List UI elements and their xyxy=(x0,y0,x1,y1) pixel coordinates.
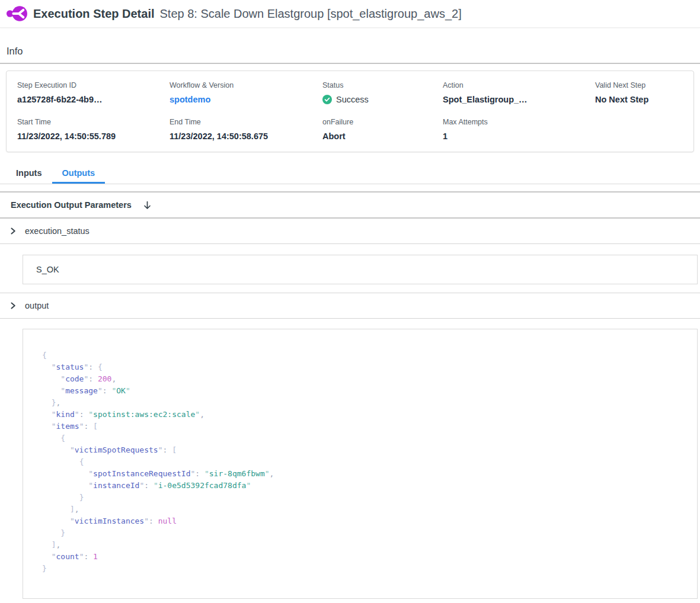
execution-status-label: execution_status xyxy=(25,226,90,236)
step-info-card: Step Execution ID a125728f-6b22-4b9… Wor… xyxy=(6,70,694,152)
field-max-attempts: Max Attempts 1 xyxy=(443,118,595,141)
execution-output-parameters-title: Execution Output Parameters xyxy=(11,200,132,210)
execution-output-parameters-bar: Execution Output Parameters xyxy=(0,191,700,219)
field-workflow-version: Workflow & Version spotdemo xyxy=(170,81,322,104)
field-onfailure: onFailure Abort xyxy=(322,118,443,141)
field-valid-next-step: Valid Next Step No Next Step xyxy=(595,81,693,104)
page-title: Execution Step Detail xyxy=(33,7,155,21)
field-value: a125728f-6b22-4b9… xyxy=(17,95,170,104)
output-section: output { "status": { "code": 200, "messa… xyxy=(0,293,700,599)
field-label: Step Execution ID xyxy=(17,81,170,89)
field-value: Abort xyxy=(322,131,443,141)
page-subtitle: Step 8: Scale Down Elastgroup [spot_elas… xyxy=(160,7,462,21)
inputs-outputs-tabbar: Inputs Outputs xyxy=(0,163,700,184)
execution-status-row[interactable]: execution_status xyxy=(0,219,700,244)
status-value: Success xyxy=(322,95,443,104)
field-step-execution-id: Step Execution ID a125728f-6b22-4b9… xyxy=(17,81,170,104)
field-label: Start Time xyxy=(17,118,170,126)
field-action: Action Spot_Elastigroup_… xyxy=(443,81,595,104)
field-label: Workflow & Version xyxy=(170,81,322,89)
field-status: Status Success xyxy=(322,81,443,104)
field-label: onFailure xyxy=(322,118,443,126)
output-label: output xyxy=(25,301,49,310)
tab-outputs[interactable]: Outputs xyxy=(52,163,106,184)
field-value: Spot_Elastigroup_… xyxy=(443,95,595,104)
field-label: Action xyxy=(443,81,595,89)
execution-status-value: S_OK xyxy=(36,265,59,274)
execution-status-value-box: S_OK xyxy=(23,255,698,284)
field-value: 11/23/2022, 14:50:58.675 xyxy=(170,131,322,141)
workflow-link[interactable]: spotdemo xyxy=(170,95,322,104)
field-value: 11/23/2022, 14:50:55.789 xyxy=(17,131,170,141)
success-check-icon xyxy=(322,95,332,104)
output-json-box: { "status": { "code": 200, "message": "O… xyxy=(23,329,698,599)
page-header: Execution Step Detail Step 8: Scale Down… xyxy=(0,0,700,28)
field-value: 1 xyxy=(443,131,595,141)
field-label: Status xyxy=(322,81,443,89)
field-end-time: End Time 11/23/2022, 14:50:58.675 xyxy=(170,118,322,141)
field-value: No Next Step xyxy=(595,95,693,104)
output-row[interactable]: output xyxy=(0,293,700,319)
spot-brand-icon xyxy=(6,4,28,23)
arrow-down-icon[interactable] xyxy=(143,201,152,210)
field-label: Valid Next Step xyxy=(595,81,693,89)
info-section-heading: Info xyxy=(0,28,700,64)
info-card-grid: Step Execution ID a125728f-6b22-4b9… Wor… xyxy=(17,81,693,141)
field-label: End Time xyxy=(170,118,322,126)
chevron-right-icon xyxy=(9,302,17,309)
tab-inputs[interactable]: Inputs xyxy=(6,163,52,184)
chevron-right-icon xyxy=(9,227,17,235)
execution-status-section: execution_status S_OK xyxy=(0,219,700,293)
status-text: Success xyxy=(336,95,369,104)
field-label: Max Attempts xyxy=(443,118,595,126)
output-json-code: { "status": { "code": 200, "message": "O… xyxy=(42,349,685,575)
field-start-time: Start Time 11/23/2022, 14:50:55.789 xyxy=(17,118,170,141)
